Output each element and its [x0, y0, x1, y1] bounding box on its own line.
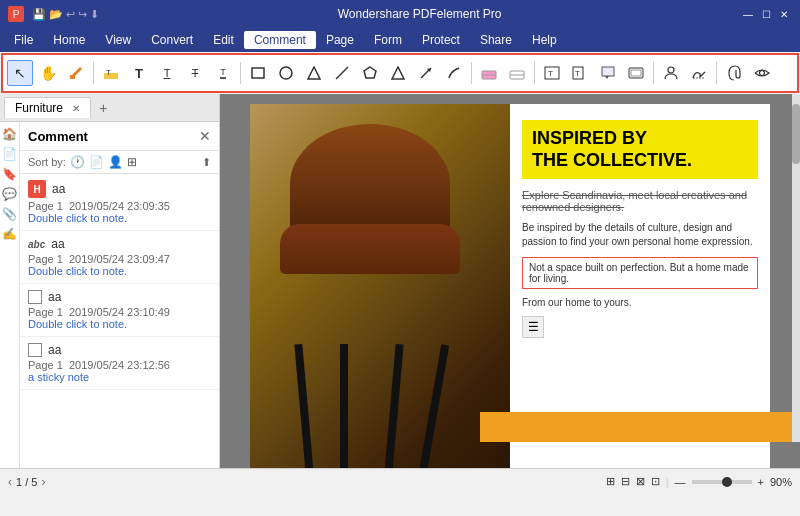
separator-1	[93, 62, 94, 84]
triangle2-tool[interactable]	[385, 60, 411, 86]
text-tool-2[interactable]: T	[154, 60, 180, 86]
text-tool-1[interactable]: T	[126, 60, 152, 86]
attach-icon[interactable]: 📎	[2, 206, 18, 222]
status-bar: ‹ 1 / 5 › ⊞ ⊟ ⊠ ⊡ | — + 90%	[0, 468, 800, 494]
menu-help[interactable]: Help	[522, 31, 567, 49]
zoom-slider[interactable]	[692, 480, 752, 484]
stamp-tool[interactable]	[623, 60, 649, 86]
menu-protect[interactable]: Protect	[412, 31, 470, 49]
hand-tool-button[interactable]: ✋	[35, 60, 61, 86]
view-icon-2[interactable]: ⊟	[621, 475, 630, 488]
next-page-button[interactable]: ›	[41, 475, 45, 489]
comment-sidebar-icon[interactable]: 💬	[2, 186, 18, 202]
scrollbar-thumb[interactable]	[792, 104, 800, 164]
zoom-plus[interactable]: +	[758, 476, 764, 488]
comment-list: H aa Page 1 2019/05/24 23:09:35 Double c…	[20, 174, 219, 468]
signature-icon[interactable]: ✍	[2, 226, 18, 242]
zoom-minus[interactable]: —	[675, 476, 686, 488]
export-icon[interactable]: ⬆	[202, 156, 211, 169]
status-left: ‹ 1 / 5 ›	[8, 475, 45, 489]
comment-avatar-3	[28, 290, 42, 304]
prev-page-button[interactable]: ‹	[8, 475, 12, 489]
arrow-tool[interactable]	[413, 60, 439, 86]
view-icon-1[interactable]: ⊞	[606, 475, 615, 488]
svg-point-26	[760, 71, 765, 76]
svg-point-5	[280, 67, 292, 79]
menu-form[interactable]: Form	[364, 31, 412, 49]
menu-comment[interactable]: Comment	[244, 31, 316, 49]
window-controls[interactable]: — ☐ ✕	[740, 6, 792, 22]
comment-item-1[interactable]: H aa Page 1 2019/05/24 23:09:35 Double c…	[20, 174, 219, 231]
content-area: INSPIRED BY THE COLLECTIVE. Explore Scan…	[220, 94, 800, 468]
comment-author-1: aa	[52, 182, 65, 196]
svg-line-7	[336, 67, 348, 79]
clear-tool[interactable]	[504, 60, 530, 86]
close-button[interactable]: ✕	[776, 6, 792, 22]
sort-type-icon[interactable]: ⊞	[127, 155, 137, 169]
comment-author-4: aa	[48, 343, 61, 357]
menu-file[interactable]: File	[4, 31, 43, 49]
rect-tool[interactable]	[245, 60, 271, 86]
page-icon[interactable]: 📄	[2, 146, 18, 162]
text-strikethrough[interactable]: T	[182, 60, 208, 86]
svg-marker-9	[392, 67, 404, 79]
paperclip-tool[interactable]	[721, 60, 747, 86]
sort-page-icon[interactable]: 📄	[89, 155, 104, 169]
sidebar: Furniture ✕ + 🏠 📄 🔖 💬 📎 ✍ Comment ✕	[0, 94, 220, 468]
menu-convert[interactable]: Convert	[141, 31, 203, 49]
pencil-tool[interactable]	[441, 60, 467, 86]
minimize-button[interactable]: —	[740, 6, 756, 22]
comment-item-2[interactable]: abc aa Page 1 2019/05/24 23:09:47 Double…	[20, 231, 219, 284]
sign-tool[interactable]	[686, 60, 712, 86]
text-highlight-button[interactable]: T	[98, 60, 124, 86]
toolbar: ↖ ✋ T T T T T T	[1, 53, 799, 93]
menu-edit[interactable]: Edit	[203, 31, 244, 49]
sort-author-icon[interactable]: 👤	[108, 155, 123, 169]
inspired-box: INSPIRED BY THE COLLECTIVE.	[522, 120, 758, 179]
line-tool[interactable]	[329, 60, 355, 86]
select-tool-button[interactable]: ↖	[7, 60, 33, 86]
circle-tool[interactable]	[273, 60, 299, 86]
user-tool[interactable]	[658, 60, 684, 86]
textbox2-tool[interactable]: T	[567, 60, 593, 86]
view-icon-3[interactable]: ⊠	[636, 475, 645, 488]
comment-item-3[interactable]: aa Page 1 2019/05/24 23:10:49 Double cli…	[20, 284, 219, 337]
eraser-tool[interactable]	[476, 60, 502, 86]
svg-text:T: T	[106, 68, 111, 77]
orange-bar	[480, 412, 800, 442]
comment-panel-title: Comment	[28, 129, 88, 144]
comment-panel-close[interactable]: ✕	[199, 128, 211, 144]
maximize-button[interactable]: ☐	[758, 6, 774, 22]
chair-leg-2	[340, 344, 348, 468]
bookmark-icon[interactable]: 🔖	[2, 166, 18, 182]
comment-panel-header: Comment ✕	[20, 122, 219, 151]
callout-tool[interactable]	[595, 60, 621, 86]
menu-share[interactable]: Share	[470, 31, 522, 49]
add-tab-button[interactable]: +	[93, 98, 113, 118]
eye-tool[interactable]	[749, 60, 775, 86]
furniture-tab[interactable]: Furniture ✕	[4, 97, 91, 118]
edit-tool-button[interactable]	[63, 60, 89, 86]
zoom-label: 90%	[770, 476, 792, 488]
comment-item-4[interactable]: aa Page 1 2019/05/24 23:12:56 a sticky n…	[20, 337, 219, 390]
triangle-tool[interactable]	[301, 60, 327, 86]
home-icon[interactable]: 🏠	[2, 126, 18, 142]
window-title: Wondershare PDFelement Pro	[99, 7, 740, 21]
svg-rect-4	[252, 68, 264, 78]
text-underline[interactable]: T	[210, 60, 236, 86]
separator-3	[471, 62, 472, 84]
menu-home[interactable]: Home	[43, 31, 95, 49]
furniture-tab-close[interactable]: ✕	[72, 103, 80, 114]
chair-seat	[280, 224, 460, 274]
svg-text:T: T	[575, 69, 580, 78]
menu-page[interactable]: Page	[316, 31, 364, 49]
view-icon-4[interactable]: ⊡	[651, 475, 660, 488]
vertical-scrollbar[interactable]	[792, 94, 800, 442]
polygon-tool[interactable]	[357, 60, 383, 86]
textbox-tool[interactable]: T	[539, 60, 565, 86]
comment-meta-4: Page 1 2019/05/24 23:12:56	[28, 359, 211, 371]
sort-time-icon[interactable]: 🕐	[70, 155, 85, 169]
comment-meta-2: Page 1 2019/05/24 23:09:47	[28, 253, 211, 265]
menu-view[interactable]: View	[95, 31, 141, 49]
left-icon-strip: 🏠 📄 🔖 💬 📎 ✍	[0, 122, 20, 468]
